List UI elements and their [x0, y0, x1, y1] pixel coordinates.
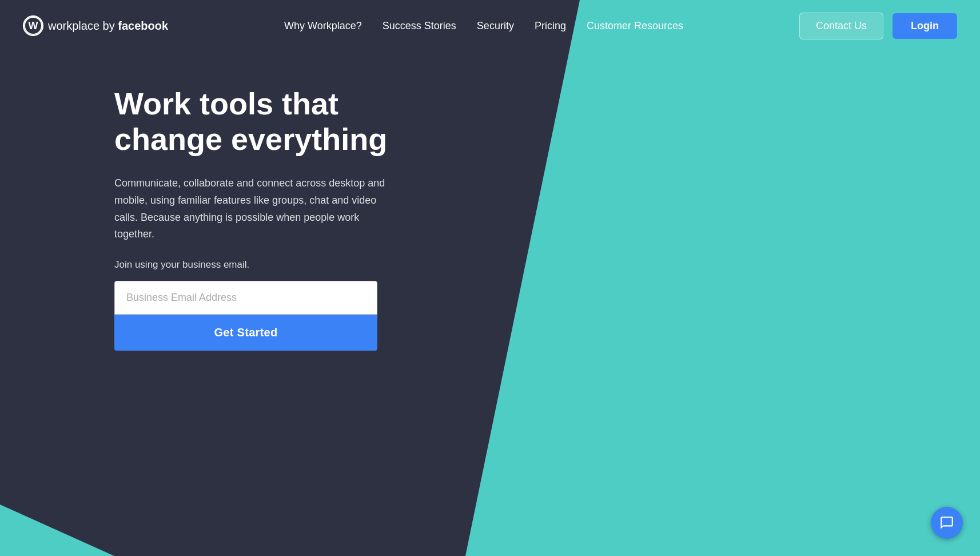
nav-success-stories[interactable]: Success Stories	[383, 20, 456, 32]
contact-us-button[interactable]: Contact Us	[799, 13, 883, 39]
hero-cta-text: Join using your business email.	[114, 259, 400, 271]
hero-section: Work tools that change everything Commun…	[0, 51, 400, 351]
svg-text:W: W	[29, 20, 38, 31]
chat-button[interactable]	[931, 507, 963, 539]
email-input[interactable]	[114, 281, 377, 315]
nav-actions: Contact Us Login	[799, 13, 957, 39]
logo: W workplace by facebook	[23, 15, 168, 36]
hero-description: Communicate, collaborate and connect acr…	[114, 175, 400, 243]
navbar: W workplace by facebook Why Workplace? S…	[0, 0, 980, 51]
logo-text: workplace by facebook	[48, 19, 168, 33]
nav-pricing[interactable]: Pricing	[535, 20, 566, 32]
login-button[interactable]: Login	[893, 13, 957, 39]
email-form: Get Started	[114, 281, 377, 351]
nav-customer-resources[interactable]: Customer Resources	[587, 20, 683, 32]
nav-links: Why Workplace? Success Stories Security …	[284, 20, 683, 32]
nav-security[interactable]: Security	[477, 20, 514, 32]
get-started-button[interactable]: Get Started	[114, 315, 377, 351]
chat-icon	[939, 515, 954, 530]
logo-icon: W	[23, 15, 43, 36]
hero-title: Work tools that change everything	[114, 86, 400, 157]
nav-why-workplace[interactable]: Why Workplace?	[284, 20, 362, 32]
